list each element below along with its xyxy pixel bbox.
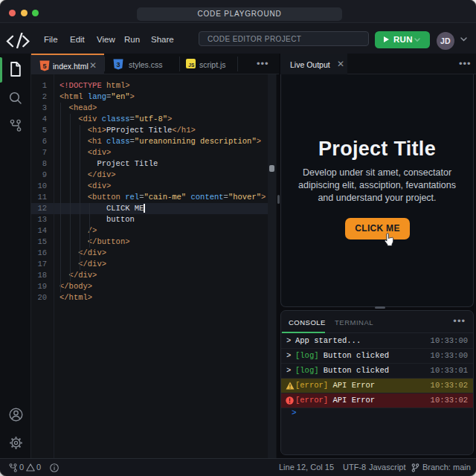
svg-text:3: 3 <box>116 61 120 68</box>
svg-text:JS: JS <box>188 62 195 68</box>
svg-text:5: 5 <box>42 62 46 70</box>
